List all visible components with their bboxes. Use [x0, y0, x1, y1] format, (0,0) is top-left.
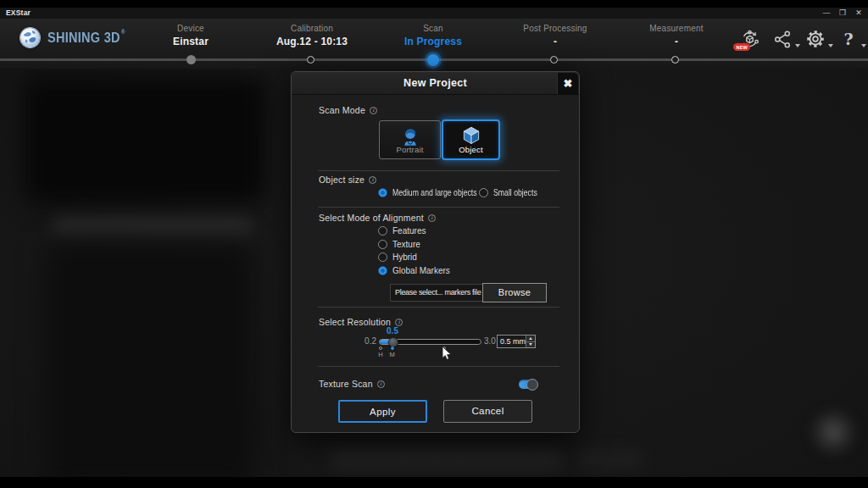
info-icon[interactable]: i: [377, 380, 385, 388]
step-measurement[interactable]: Measurement -: [609, 24, 744, 47]
tick-m-icon: [391, 347, 394, 350]
radio-off-icon: [378, 226, 387, 236]
portrait-label: Portrait: [380, 145, 440, 154]
blurred-toolbar: [329, 448, 562, 469]
step-measurement-label: Measurement: [609, 24, 744, 33]
tick-label-m: M: [388, 351, 397, 358]
scan-mode-portrait-button[interactable]: Portrait: [379, 120, 441, 159]
radio-off-icon: [378, 240, 387, 249]
maximize-button[interactable]: ❐: [838, 8, 847, 19]
window-title: EXStar: [6, 8, 31, 17]
info-icon[interactable]: i: [395, 319, 403, 326]
radio-on-icon: [378, 266, 387, 275]
letterbox-bottom: [0, 477, 868, 488]
blurred-round-button: [807, 406, 860, 458]
radio-texture[interactable]: Texture: [378, 240, 420, 249]
radio-off-icon: [378, 252, 387, 262]
step-device[interactable]: Device Einstar: [123, 24, 259, 47]
step-device-label: Device: [123, 24, 259, 33]
dialog-close-button[interactable]: ✖: [557, 73, 578, 94]
brand-logo: SHINING 3D®: [20, 28, 130, 47]
step-scan[interactable]: Scan In Progress: [365, 24, 501, 47]
question-glyph: ?: [843, 31, 853, 47]
step-scan-value: In Progress: [365, 36, 501, 47]
mouse-cursor: [442, 346, 453, 361]
step-scan-label: Scan: [365, 24, 501, 33]
radio-features-label: Features: [392, 226, 426, 236]
resolution-min-label: 0.2: [359, 336, 376, 346]
cancel-button[interactable]: Cancel: [443, 400, 532, 423]
apply-button[interactable]: Apply: [338, 400, 427, 423]
object-label: Object: [443, 145, 498, 154]
new-project-dialog: New Project ✖ Scan Modei Portrait Object: [291, 71, 580, 433]
step-post-processing-value: -: [487, 36, 623, 47]
blurred-panel: [47, 242, 254, 477]
new-badge: NEW: [733, 43, 750, 51]
info-icon[interactable]: i: [428, 214, 436, 222]
radio-hybrid[interactable]: Hybrid: [378, 252, 417, 262]
divider: [318, 366, 559, 367]
radio-small-objects[interactable]: Small objects: [479, 188, 543, 197]
globe-logo-icon: [20, 28, 40, 47]
radio-features[interactable]: Features: [378, 226, 426, 236]
step-calibration-value: Aug.12 - 10:13: [244, 36, 380, 47]
browse-button[interactable]: Browse: [482, 283, 547, 302]
texture-scan-toggle[interactable]: [519, 380, 537, 389]
step-device-value: Einstar: [123, 36, 259, 47]
info-icon[interactable]: i: [369, 176, 376, 184]
radio-off-icon: [479, 188, 488, 197]
step-dot-calibration[interactable]: [307, 56, 314, 64]
step-calibration-label: Calibration: [244, 24, 380, 33]
info-icon[interactable]: i: [370, 107, 377, 114]
scan-mode-label: Scan Modei: [319, 105, 377, 115]
brand-name: SHINING 3D®: [47, 30, 120, 46]
resolution-current-value: 0.5: [379, 326, 406, 336]
tick-label-h: H: [376, 351, 385, 358]
tick-h-icon: [379, 347, 382, 350]
radio-small-objects-label: Small objects: [493, 188, 537, 197]
divider: [318, 170, 559, 171]
dialog-title: New Project: [292, 72, 579, 94]
radio-hybrid-label: Hybrid: [392, 252, 417, 262]
radio-medium-large-label: Medium and large objects: [392, 188, 477, 197]
share-icon[interactable]: [771, 28, 793, 50]
step-measurement-value: -: [609, 36, 744, 47]
step-calibration[interactable]: Calibration Aug.12 - 10:13: [244, 24, 380, 47]
step-dot-scan[interactable]: [427, 54, 439, 66]
divider: [318, 207, 559, 208]
dropdown-caret-icon: [828, 44, 833, 47]
dialog-titlebar: New Project ✖: [292, 72, 579, 95]
window-titlebar: EXStar — ❐ ✕: [0, 8, 868, 19]
step-dot-device[interactable]: [186, 55, 196, 64]
radio-on-icon: [378, 188, 387, 197]
screen: EXStar — ❐ ✕ SHINING 3D® Device Einstar: [0, 0, 868, 488]
texture-scan-label: Texture Scani: [319, 379, 385, 389]
divider: [318, 307, 559, 308]
resolution-spinbox[interactable]: 0.5 mm: [497, 335, 536, 348]
minimize-button[interactable]: —: [822, 8, 831, 19]
resolution-slider[interactable]: [379, 339, 481, 345]
settings-icon[interactable]: [804, 28, 826, 50]
radio-global-markers[interactable]: Global Markers: [378, 266, 450, 275]
markers-file-input[interactable]: Please select... markers file: [390, 284, 483, 302]
blurred-toolbar-2: [578, 450, 644, 469]
object-cube-icon: [461, 125, 481, 146]
dropdown-caret-icon: [861, 44, 866, 47]
slider-handle[interactable]: [388, 337, 398, 347]
toggle-knob: [526, 379, 538, 391]
help-icon[interactable]: ?: [837, 28, 860, 50]
step-post-processing-label: Post Processing: [487, 24, 623, 33]
close-window-button[interactable]: ✕: [854, 8, 863, 19]
scan-mode-object-button[interactable]: Object: [442, 119, 500, 160]
upgrade-icon[interactable]: NEW: [738, 28, 760, 50]
spin-down-icon[interactable]: [526, 341, 535, 348]
object-size-label: Object sizei: [319, 175, 376, 185]
blurred-text-block: [53, 218, 252, 236]
step-dot-post-processing[interactable]: [550, 56, 558, 64]
step-post-processing[interactable]: Post Processing -: [487, 24, 623, 47]
dropdown-caret-icon: [795, 44, 800, 47]
letterbox-top: [0, 0, 868, 8]
step-dot-measurement[interactable]: [671, 56, 679, 64]
blurred-preview-window: [24, 77, 265, 204]
radio-medium-large[interactable]: Medium and large objects: [378, 188, 490, 197]
